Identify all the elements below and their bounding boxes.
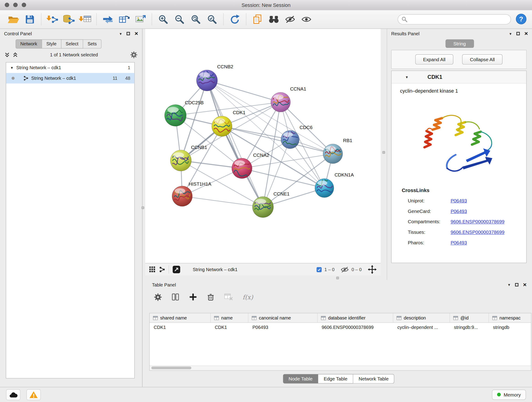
network-edges[interactable] <box>176 80 333 207</box>
network-node-CCNB1[interactable]: CCNB1 <box>170 145 207 171</box>
column-header[interactable]: description <box>393 313 450 322</box>
panel-menu-icon[interactable]: ▼ <box>507 283 511 287</box>
new-network-button[interactable] <box>100 12 116 27</box>
crosslink-genecard-link[interactable]: P06493 <box>451 208 467 214</box>
window-title: Session: New Session <box>0 0 532 10</box>
network-node-RB1[interactable]: RB1 <box>323 138 352 163</box>
panel-float-icon[interactable] <box>517 32 520 35</box>
panel-close-icon[interactable]: × <box>134 32 138 35</box>
open-session-button[interactable] <box>6 12 22 27</box>
export-image-button[interactable] <box>133 12 149 27</box>
network-row[interactable]: String Network – cdk1 11 48 <box>6 73 134 83</box>
horizontal-splitter-handle[interactable] <box>336 277 339 279</box>
zoom-in-button[interactable] <box>155 12 171 27</box>
table-settings-gear-icon[interactable] <box>154 293 162 301</box>
show-all-button[interactable] <box>298 12 315 27</box>
network-node-CDK1[interactable]: CDK1 <box>212 110 245 137</box>
tab-network-table[interactable]: Network Table <box>353 374 394 383</box>
panel-menu-icon[interactable]: ▼ <box>509 32 512 35</box>
panel-float-icon[interactable] <box>515 283 519 287</box>
cloud-status-button[interactable] <box>6 389 20 400</box>
expand-all-icon[interactable] <box>13 52 18 57</box>
table-cell[interactable]: stringdb <box>489 323 531 332</box>
table-cell[interactable]: cyclin–dependent ... <box>393 323 450 332</box>
network-collection-row[interactable]: ▼ String Network – cdk1 1 <box>6 62 134 73</box>
add-column-icon[interactable] <box>189 293 197 301</box>
column-header[interactable]: shared name <box>150 313 211 322</box>
delete-column-trash-icon[interactable] <box>207 293 215 301</box>
network-node-HIST1H1A[interactable]: HIST1H1A <box>172 181 211 206</box>
collection-expander-icon[interactable]: ▼ <box>10 66 13 70</box>
panel-close-icon[interactable]: × <box>525 32 528 35</box>
import-network-database-button[interactable] <box>61 12 77 27</box>
search-input[interactable] <box>409 17 507 22</box>
tab-select[interactable]: Select <box>61 39 83 49</box>
column-header[interactable]: @id <box>450 313 489 322</box>
import-table-button[interactable] <box>77 12 93 27</box>
column-header[interactable]: canonical name <box>248 313 317 322</box>
network-canvas[interactable]: CCNB2CCNA1CDC25BCDK1CDC6RB1CCNB1CCNA2CDK… <box>145 29 381 263</box>
minimize-window-button[interactable] <box>13 3 18 7</box>
panel-menu-icon[interactable]: ▼ <box>119 32 122 35</box>
find-neighbors-button[interactable] <box>266 12 282 27</box>
column-header[interactable]: database identifier <box>317 313 393 322</box>
left-splitter-handle[interactable] <box>142 206 144 209</box>
help-icon: ? <box>516 13 526 24</box>
function-builder-button[interactable]: f(x) <box>243 293 253 300</box>
tab-style[interactable]: Style <box>42 39 61 49</box>
duplicate-document-button[interactable] <box>249 12 266 27</box>
expand-all-button[interactable]: Expand All <box>415 54 453 64</box>
gene-expander-icon[interactable]: ▼ <box>405 75 409 79</box>
column-header[interactable]: name <box>211 313 248 322</box>
network-node-CDKN1A[interactable]: CDKN1A <box>315 172 354 198</box>
table-cell[interactable]: CDK1 <box>150 323 211 332</box>
hide-selected-button[interactable] <box>282 12 298 27</box>
right-splitter[interactable] <box>381 29 387 280</box>
horizontal-scrollbar[interactable] <box>150 366 531 370</box>
crosslink-uniprot-link[interactable]: P06493 <box>451 198 467 203</box>
memory-button[interactable]: Memory <box>492 389 526 400</box>
toggle-columns-icon[interactable] <box>171 293 180 301</box>
clone-network-button[interactable] <box>116 12 132 27</box>
tab-node-table[interactable]: Node Table <box>283 374 318 383</box>
zoom-out-button[interactable] <box>171 12 188 27</box>
cloud-icon <box>9 391 18 398</box>
birds-eye-view-icon[interactable] <box>149 266 156 273</box>
maximize-window-button[interactable] <box>22 3 26 7</box>
network-node-CCNA1[interactable]: CCNA1 <box>271 86 306 112</box>
panel-close-icon[interactable]: × <box>523 283 527 287</box>
zoom-selected-button[interactable] <box>204 12 220 27</box>
crosslink-compartments-link[interactable]: 9606.ENSP00000378699 <box>451 219 505 224</box>
tab-edge-table[interactable]: Edge Table <box>318 374 353 383</box>
crosslink-tissues-link[interactable]: 9606.ENSP00000378699 <box>451 229 505 235</box>
horizontal-splitter[interactable] <box>145 275 387 280</box>
table-cell[interactable]: 9606.ENSP00000378699 <box>317 323 393 332</box>
collapse-all-icon[interactable] <box>5 52 10 57</box>
column-header[interactable]: namespac <box>489 313 531 322</box>
tab-network[interactable]: Network <box>16 39 42 49</box>
table-cell[interactable]: stringdb:9... <box>450 323 489 332</box>
scrollbar-thumb[interactable] <box>151 366 191 369</box>
selected-checkbox-icon[interactable] <box>317 267 322 272</box>
crosslink-pharos-link[interactable]: P06493 <box>451 240 467 245</box>
table-row[interactable]: CDK1 CDK1 P06493 9606.ENSP00000378699 cy… <box>150 323 531 332</box>
table-cell[interactable]: P06493 <box>248 323 317 332</box>
zoom-fit-button[interactable] <box>188 12 204 27</box>
collapse-all-button[interactable]: Collapse All <box>462 54 502 64</box>
right-splitter-handle[interactable] <box>382 151 385 154</box>
network-options-gear-icon[interactable] <box>130 51 138 58</box>
tab-string[interactable]: String <box>445 39 474 48</box>
save-session-button[interactable] <box>22 12 38 27</box>
close-window-button[interactable] <box>5 3 9 7</box>
warnings-button[interactable] <box>27 389 41 400</box>
table-cell[interactable]: CDK1 <box>211 323 248 332</box>
fit-content-icon[interactable] <box>368 265 377 274</box>
import-network-file-button[interactable] <box>44 12 61 27</box>
tab-sets[interactable]: Sets <box>83 39 101 49</box>
table-import-icon <box>79 14 92 24</box>
help-button[interactable]: ? <box>516 13 526 25</box>
detach-view-icon[interactable] <box>172 265 181 274</box>
apply-layout-button[interactable] <box>227 12 243 27</box>
network-overview-icon[interactable] <box>159 267 165 273</box>
panel-float-icon[interactable] <box>127 32 130 35</box>
